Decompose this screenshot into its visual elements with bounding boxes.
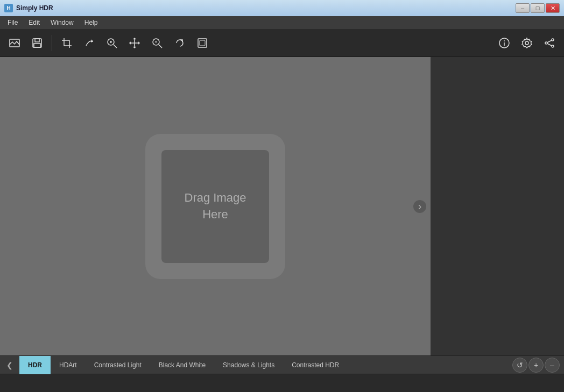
title-bar: H Simply HDR – □ ✕ — [0, 0, 564, 16]
settings-button[interactable] — [517, 33, 537, 53]
canvas-area: Drag ImageHere › — [0, 57, 431, 355]
svg-rect-17 — [198, 39, 207, 47]
menu-window[interactable]: Window — [45, 18, 79, 27]
tab-refresh-button[interactable]: ↺ — [512, 358, 527, 373]
tab-remove-button[interactable]: – — [545, 358, 560, 373]
tab-contrasted-light[interactable]: Contrasted Light — [86, 356, 150, 374]
drag-placeholder: Drag ImageHere — [145, 134, 285, 279]
svg-rect-2 — [35, 39, 39, 42]
app-icon: H — [4, 4, 13, 12]
info-button[interactable] — [494, 33, 514, 53]
export-button[interactable] — [539, 33, 560, 53]
toolbar — [0, 29, 564, 57]
zoom-out-button[interactable] — [147, 33, 167, 53]
move-button[interactable] — [124, 33, 145, 53]
svg-point-22 — [525, 41, 528, 45]
rotate-button[interactable] — [170, 33, 190, 53]
svg-rect-18 — [200, 40, 205, 46]
right-panel — [431, 57, 564, 355]
window-controls: – □ ✕ — [516, 3, 560, 13]
fit-screen-button[interactable] — [192, 33, 213, 53]
menu-help[interactable]: Help — [79, 18, 103, 27]
tab-add-button[interactable]: + — [528, 358, 544, 373]
save-image-button[interactable] — [27, 33, 47, 53]
close-button[interactable]: ✕ — [546, 3, 560, 13]
svg-line-9 — [114, 45, 117, 48]
tab-hdr[interactable]: HDR — [19, 356, 51, 374]
tabs-bar: ❮ HDR HDArt Contrasted Light Black And W… — [0, 355, 564, 374]
bottom-strip — [0, 374, 564, 392]
zoom-in-button[interactable] — [102, 33, 122, 53]
minimize-button[interactable]: – — [516, 3, 530, 13]
svg-line-15 — [159, 45, 162, 48]
crop-button[interactable] — [57, 33, 77, 53]
drag-inner: Drag ImageHere — [161, 150, 269, 263]
panel-toggle-button[interactable]: › — [413, 200, 426, 213]
svg-rect-3 — [34, 44, 40, 47]
tab-black-and-white[interactable]: Black And White — [150, 356, 214, 374]
svg-line-27 — [547, 44, 552, 46]
svg-point-23 — [545, 42, 547, 44]
menu-file[interactable]: File — [2, 18, 23, 27]
menu-bar: File Edit Window Help — [0, 16, 564, 29]
main-area: Drag ImageHere › — [0, 57, 564, 355]
svg-line-26 — [547, 40, 552, 42]
maximize-button[interactable]: □ — [531, 3, 545, 13]
open-image-button[interactable] — [4, 33, 25, 53]
tab-hdart[interactable]: HDArt — [51, 356, 86, 374]
tab-contrasted-hdr[interactable]: Contrasted HDR — [283, 356, 348, 374]
toolbar-separator-1 — [52, 35, 52, 51]
svg-point-21 — [504, 40, 505, 41]
menu-edit[interactable]: Edit — [23, 18, 45, 27]
straighten-button[interactable] — [79, 33, 100, 53]
tab-scroll-left-button[interactable]: ❮ — [0, 356, 19, 374]
tab-shadows-lights[interactable]: Shadows & Lights — [214, 356, 283, 374]
app-title: Simply HDR — [16, 4, 512, 12]
svg-point-24 — [552, 39, 554, 41]
tab-actions: ↺ + – — [512, 358, 564, 373]
drag-text: Drag ImageHere — [185, 190, 246, 223]
svg-point-25 — [552, 45, 554, 47]
